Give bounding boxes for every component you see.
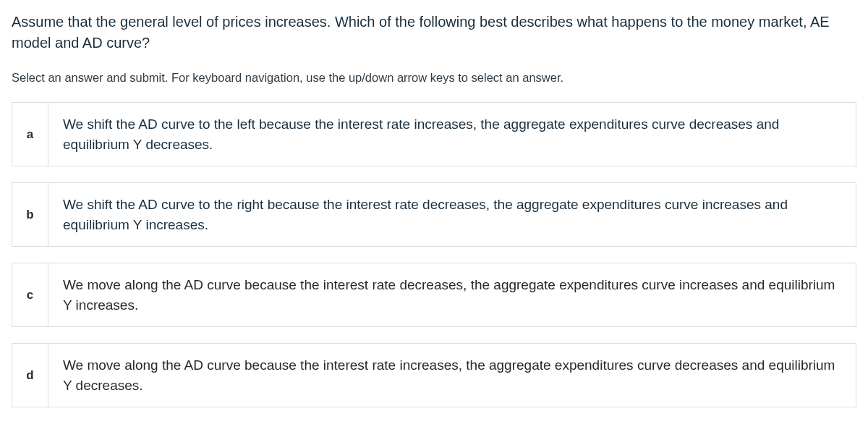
option-text: We move along the AD curve because the i… bbox=[48, 344, 856, 407]
option-letter: d bbox=[12, 344, 48, 407]
answer-option-b[interactable]: b We shift the AD curve to the right bec… bbox=[12, 182, 856, 247]
answer-option-c[interactable]: c We move along the AD curve because the… bbox=[12, 263, 856, 327]
option-text: We shift the AD curve to the left becaus… bbox=[48, 103, 856, 166]
option-letter: b bbox=[12, 183, 48, 246]
answer-option-d[interactable]: d We move along the AD curve because the… bbox=[12, 343, 856, 407]
question-text: Assume that the general level of prices … bbox=[12, 12, 856, 54]
instruction-text: Select an answer and submit. For keyboar… bbox=[12, 71, 856, 85]
option-text: We shift the AD curve to the right becau… bbox=[48, 183, 856, 246]
option-letter: a bbox=[12, 103, 48, 166]
answer-option-a[interactable]: a We shift the AD curve to the left beca… bbox=[12, 102, 856, 166]
option-letter: c bbox=[12, 263, 48, 326]
option-text: We move along the AD curve because the i… bbox=[48, 263, 856, 326]
